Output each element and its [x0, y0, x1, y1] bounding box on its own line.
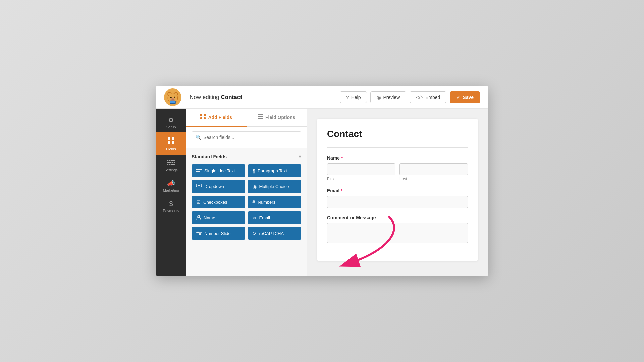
- field-paragraph-text[interactable]: ¶ Paragraph Text: [248, 164, 302, 177]
- required-star-name: *: [341, 156, 343, 161]
- app-window: Now editing Contact ? Help ◉ Preview </>…: [156, 86, 488, 276]
- fields-grid: Single Line Text ¶ Paragraph Text: [192, 164, 301, 240]
- section-header: Standard Fields ▾: [192, 153, 301, 160]
- search-input[interactable]: [192, 131, 301, 143]
- field-single-line-text[interactable]: Single Line Text: [192, 164, 245, 177]
- help-button[interactable]: ? Help: [340, 91, 367, 103]
- embed-button[interactable]: </> Embed: [410, 91, 446, 103]
- name-last-field: Last: [399, 163, 468, 181]
- svg-point-9: [171, 98, 174, 100]
- svg-point-11: [174, 97, 175, 97]
- name-first-input[interactable]: [327, 163, 395, 175]
- svg-rect-29: [258, 114, 263, 115]
- svg-rect-27: [200, 117, 202, 119]
- field-recaptcha[interactable]: ⟳ reCAPTCHA: [248, 227, 302, 240]
- preview-icon: ◉: [377, 94, 381, 100]
- name-icon: [196, 215, 201, 221]
- help-icon: ?: [346, 94, 349, 100]
- svg-rect-25: [200, 114, 202, 116]
- svg-rect-31: [258, 118, 263, 119]
- preview-button[interactable]: ◉ Preview: [370, 91, 406, 103]
- tab-field-options[interactable]: Field Options: [247, 109, 307, 127]
- field-dropdown[interactable]: Dropdown: [192, 180, 245, 193]
- section-chevron-icon[interactable]: ▾: [299, 153, 301, 160]
- svg-rect-15: [168, 137, 170, 140]
- checkboxes-icon: ☑: [196, 199, 201, 205]
- add-fields-tab-icon: [200, 114, 206, 120]
- comment-textarea[interactable]: [327, 223, 468, 243]
- field-multiple-choice[interactable]: ◉ Multiple Choice: [248, 180, 302, 193]
- sidebar-item-payments[interactable]: $ Payments: [156, 196, 186, 216]
- dropdown-icon: [196, 184, 202, 189]
- form-title: Contact: [327, 129, 468, 139]
- logo-bear: [164, 88, 181, 106]
- field-checkboxes[interactable]: ☑ Checkboxes: [192, 196, 245, 208]
- setup-icon: ⚙: [168, 117, 174, 123]
- settings-icon: [167, 159, 175, 166]
- numbers-icon: #: [253, 199, 255, 205]
- multiple-choice-icon: ◉: [253, 184, 257, 189]
- sidebar-item-marketing[interactable]: 📣 Marketing: [156, 175, 186, 196]
- form-label-name: Name *: [327, 155, 468, 161]
- panel-tabs: Add Fields Field Options: [186, 109, 307, 127]
- embed-icon: </>: [416, 94, 423, 100]
- top-bar-actions: ? Help ◉ Preview </> Embed ✓ Save: [340, 91, 480, 103]
- svg-point-39: [199, 233, 201, 235]
- fields-section: Standard Fields ▾: [186, 148, 307, 276]
- fields-icon: [167, 137, 175, 145]
- form-card: Contact Name * First: [317, 119, 478, 261]
- single-line-text-icon: [196, 168, 202, 174]
- logo-area: [164, 88, 181, 106]
- svg-point-24: [168, 163, 170, 165]
- field-numbers[interactable]: # Numbers: [248, 196, 302, 208]
- paragraph-text-icon: ¶: [253, 168, 255, 174]
- field-name[interactable]: Name: [192, 211, 245, 224]
- svg-point-22: [168, 159, 170, 161]
- svg-rect-13: [170, 101, 175, 103]
- svg-rect-14: [169, 103, 177, 104]
- required-star-email: *: [341, 188, 342, 193]
- field-number-slider[interactable]: Number Slider: [192, 227, 245, 240]
- svg-rect-30: [258, 116, 263, 117]
- form-field-name: Name * First Last: [327, 155, 468, 181]
- field-email[interactable]: ✉ Email: [248, 211, 302, 224]
- form-preview: Contact Name * First: [307, 109, 488, 276]
- form-label-email: Email *: [327, 188, 468, 193]
- name-first-field: First: [327, 163, 395, 181]
- svg-point-10: [171, 97, 172, 97]
- svg-point-23: [172, 161, 174, 163]
- svg-rect-18: [172, 141, 174, 144]
- sidebar-item-fields[interactable]: Fields: [156, 132, 186, 155]
- svg-rect-26: [204, 114, 206, 116]
- field-options-tab-icon: [258, 114, 263, 120]
- form-field-comment: Comment or Message: [327, 215, 468, 244]
- top-bar: Now editing Contact ? Help ◉ Preview </>…: [156, 86, 488, 109]
- editing-title: Now editing Contact: [190, 94, 242, 101]
- recaptcha-icon: ⟳: [253, 231, 257, 236]
- email-icon: ✉: [253, 215, 257, 221]
- svg-rect-17: [168, 141, 170, 144]
- svg-point-38: [197, 232, 199, 233]
- name-fields: First Last: [327, 163, 468, 181]
- svg-rect-16: [172, 137, 174, 140]
- form-divider: [327, 147, 468, 148]
- svg-rect-28: [204, 117, 206, 119]
- search-input-wrap: 🔍: [192, 131, 301, 143]
- sidebar: ⚙ Setup Fields: [156, 109, 186, 276]
- tab-add-fields[interactable]: Add Fields: [186, 109, 247, 127]
- svg-point-35: [198, 215, 200, 217]
- search-icon: 🔍: [196, 135, 201, 140]
- sidebar-item-setup[interactable]: ⚙ Setup: [156, 112, 186, 132]
- save-button[interactable]: ✓ Save: [450, 91, 480, 103]
- number-slider-icon: [196, 231, 202, 236]
- sidebar-item-settings[interactable]: Settings: [156, 155, 186, 175]
- search-wrap: 🔍: [186, 127, 307, 148]
- name-last-input[interactable]: [399, 163, 468, 175]
- email-input[interactable]: [327, 196, 468, 208]
- main-content: ⚙ Setup Fields: [156, 109, 488, 276]
- form-label-comment: Comment or Message: [327, 215, 468, 220]
- payments-icon: $: [169, 200, 173, 207]
- fields-panel: Add Fields Field Options: [186, 109, 307, 276]
- marketing-icon: 📣: [167, 180, 175, 187]
- save-checkmark-icon: ✓: [456, 94, 461, 100]
